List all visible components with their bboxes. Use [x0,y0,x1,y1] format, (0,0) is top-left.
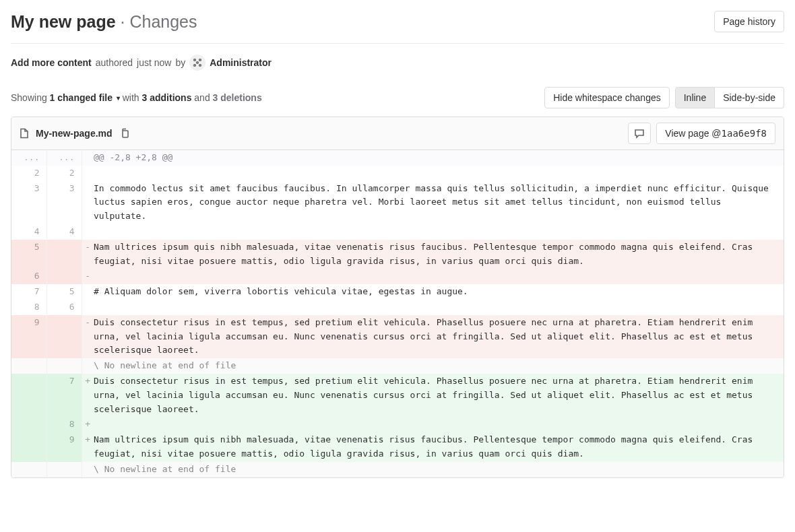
diff-line-ctx: 44 [11,224,784,240]
showing-label: Showing [11,92,47,103]
and-label: and [194,92,210,103]
diff-code [94,269,784,284]
page-history-button[interactable]: Page history [714,11,784,32]
diff-sign [82,150,94,166]
old-line-number[interactable]: 9 [11,315,46,358]
side-by-side-mode-button[interactable]: Side-by-side [715,87,784,108]
diff-code: \ No newline at end of file [94,358,784,374]
diff-line-ctx: 33In commodo lectus sit amet faucibus fa… [11,181,784,224]
file-header: My-new-page.md View page @ 1aa6e9f8 [11,117,784,150]
chevron-down-icon: ▾ [117,94,120,102]
diff-sign [82,462,94,477]
diff-code: Nam ultrices ipsum quis nibh malesuada, … [94,432,784,462]
file-header-right: View page @ 1aa6e9f8 [628,123,775,144]
old-line-number[interactable] [11,417,46,432]
commit-message: Add more content [11,57,92,68]
commit-time: just now [137,57,171,68]
copy-path-icon[interactable] [119,128,130,139]
hide-whitespace-button[interactable]: Hide whitespace changes [544,87,670,108]
diff-sign: - [82,315,94,358]
diff-code [94,224,784,240]
diff-sign: + [82,432,94,462]
new-line-number[interactable]: 3 [46,181,82,224]
svg-point-2 [197,62,199,64]
diff-line-add: 7+Duis consectetur risus in est tempus, … [11,374,784,417]
diff-sign [82,284,94,300]
diff-line-meta: \ No newline at end of file [11,462,784,477]
diff-line-ctx: 75# Aliquam dolor sem, viverra lobortis … [11,284,784,300]
commit-meta: Add more content authored just now by Ad… [11,44,784,87]
file-name[interactable]: My-new-page.md [36,128,113,139]
old-line-number[interactable]: 5 [11,240,46,269]
old-line-number[interactable]: 7 [11,284,46,300]
new-line-number[interactable]: 8 [46,417,82,432]
new-line-number[interactable]: 2 [46,166,82,181]
old-line-number: ... [11,150,46,166]
diff-stats-text: Showing 1 changed file ▾ with 3 addition… [11,92,262,103]
old-line-number[interactable]: 8 [11,300,46,315]
old-line-number[interactable] [11,374,46,417]
diff-sign: + [82,374,94,417]
new-line-number[interactable] [46,315,82,358]
page-title: My new page · Changes [11,12,197,32]
author-name[interactable]: Administrator [210,57,272,68]
diff-code: Nam ultrices ipsum quis nibh malesuada, … [94,240,784,269]
old-line-number[interactable]: 6 [11,269,46,284]
new-line-number [46,462,82,477]
diff-sign: - [82,269,94,284]
diff-table: ......@@ -2,8 +2,8 @@2233In commodo lect… [11,150,784,477]
diff-stats-bar: Showing 1 changed file ▾ with 3 addition… [11,87,784,117]
diff-line-del: 9-Duis consectetur risus in est tempus, … [11,315,784,358]
toggle-comments-button[interactable] [628,123,651,144]
diff-code: In commodo lectus sit amet faucibus fauc… [94,181,784,224]
changed-files-dropdown[interactable]: 1 changed file ▾ [50,92,123,103]
view-page-button[interactable]: View page @ 1aa6e9f8 [656,123,775,144]
new-line-number[interactable] [46,269,82,284]
title-separator: · [116,12,130,31]
diff-sign [82,358,94,374]
comment-icon [634,128,645,139]
changed-files-label: 1 changed file [50,92,113,103]
old-line-number[interactable] [11,432,46,462]
new-line-number[interactable]: 5 [46,284,82,300]
new-line-number[interactable] [46,240,82,269]
old-line-number[interactable]: 3 [11,181,46,224]
diff-code: # Aliquam dolor sem, viverra lobortis ve… [94,284,784,300]
svg-point-3 [194,65,196,67]
diff-code [94,417,784,432]
view-page-label: View page @ [665,128,721,139]
diff-sign: - [82,240,94,269]
diff-line-ctx: 86 [11,300,784,315]
diff-code [94,300,784,315]
commit-sha: 1aa6e9f8 [722,128,767,139]
diff-line-ctx: 22 [11,166,784,181]
page-subtitle: Changes [129,12,197,31]
new-line-number[interactable]: 6 [46,300,82,315]
svg-rect-5 [123,131,128,137]
by-label: by [175,57,185,68]
svg-point-0 [194,59,196,61]
author-avatar[interactable] [189,55,205,71]
file-icon [20,128,29,139]
new-line-number[interactable]: 9 [46,432,82,462]
new-line-number [46,358,82,374]
diff-sign: + [82,417,94,432]
diff-code [94,166,784,181]
old-line-number[interactable]: 4 [11,224,46,240]
svg-point-4 [199,65,201,67]
diff-line-meta: \ No newline at end of file [11,358,784,374]
svg-point-1 [199,59,201,61]
diff-code: Duis consectetur risus in est tempus, se… [94,374,784,417]
old-line-number[interactable]: 2 [11,166,46,181]
deletions-count: 3 deletions [213,92,262,103]
page-header: My new page · Changes Page history [11,11,784,44]
identicon-icon [192,57,203,68]
diff-line-add: 8+ [11,417,784,432]
diff-code: \ No newline at end of file [94,462,784,477]
new-line-number[interactable]: 7 [46,374,82,417]
new-line-number: ... [46,150,82,166]
inline-mode-button[interactable]: Inline [675,87,715,108]
new-line-number[interactable]: 4 [46,224,82,240]
diff-mode-toggle: Inline Side-by-side [675,87,784,108]
old-line-number [11,358,46,374]
